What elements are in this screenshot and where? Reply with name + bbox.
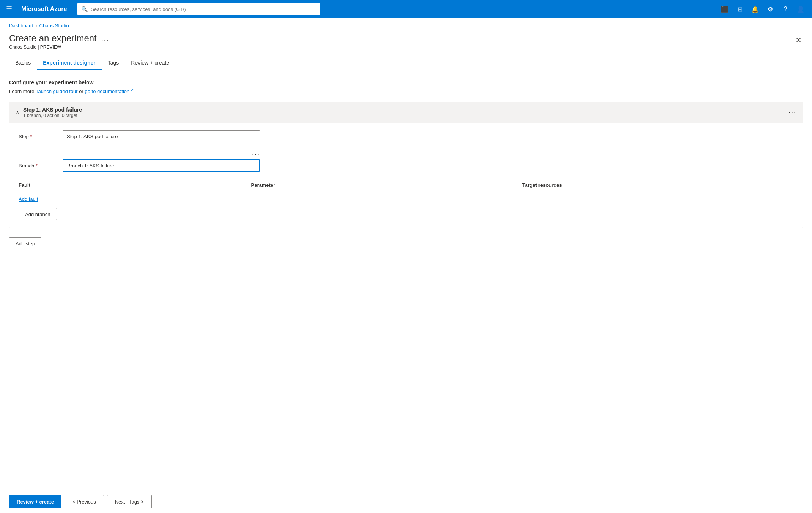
settings-icon[interactable]: ⚙ <box>763 2 777 16</box>
menu-icon[interactable]: ☰ <box>5 3 14 15</box>
learn-more-section: Learn more; launch guided tour or go to … <box>9 88 803 94</box>
page-header-left: Create an experiment ... Chaos Studio | … <box>9 33 109 50</box>
topbar-icons: ⬛ ⊟ 🔔 ⚙ ? 👤 <box>718 2 807 16</box>
notifications-icon[interactable]: 🔔 <box>748 2 762 16</box>
fault-col-header: Fault <box>19 179 251 191</box>
page-title: Create an experiment <box>9 33 97 44</box>
external-link-icon: ↗ <box>129 88 134 92</box>
search-bar[interactable]: 🔍 <box>77 3 320 15</box>
page-title-more-icon[interactable]: ... <box>101 35 109 43</box>
review-create-button[interactable]: Review + create <box>9 495 61 508</box>
branch-more-row: ··· <box>19 150 260 158</box>
add-fault-link[interactable]: Add fault <box>19 196 38 202</box>
step-name-input[interactable] <box>63 130 260 142</box>
target-col-header: Target resources <box>522 179 793 191</box>
step-required: * <box>30 134 32 139</box>
help-icon[interactable]: ? <box>779 2 792 16</box>
next-button[interactable]: Next : Tags > <box>107 495 152 508</box>
page-preview-tag: PREVIEW <box>40 44 61 50</box>
fault-table-header-row: Fault Parameter Target resources <box>19 179 793 191</box>
step-more-icon[interactable]: ··· <box>788 109 796 117</box>
tabs-bar: Basics Experiment designer Tags Review +… <box>0 56 812 70</box>
step-field-row: Step * <box>19 130 793 142</box>
breadcrumb-sep-1: › <box>36 23 37 28</box>
branch-required: * <box>36 163 38 169</box>
step-field-label: Step * <box>19 134 57 139</box>
account-icon[interactable]: 👤 <box>794 2 807 16</box>
content-area: Configure your experiment below. Learn m… <box>0 70 812 513</box>
topbar: ☰ Microsoft Azure 🔍 ⬛ ⊟ 🔔 ⚙ ? 👤 <box>0 0 812 18</box>
step-meta: 1 branch, 0 action, 0 target <box>23 113 82 118</box>
footer: Review + create < Previous Next : Tags > <box>0 490 812 513</box>
add-branch-row: Add branch <box>19 208 793 220</box>
azure-logo: Microsoft Azure <box>21 6 67 13</box>
branch-field-label: Branch * <box>19 163 57 169</box>
branch-name-input[interactable] <box>63 159 260 172</box>
page-header: Create an experiment ... Chaos Studio | … <box>0 30 812 50</box>
tab-review-create[interactable]: Review + create <box>125 56 175 70</box>
breadcrumb: Dashboard › Chaos Studio › <box>0 18 812 30</box>
page-service-name: Chaos Studio <box>9 44 36 50</box>
parameter-col-header: Parameter <box>251 179 522 191</box>
or-text: or <box>78 88 85 94</box>
add-branch-button[interactable]: Add branch <box>19 208 57 220</box>
step-title: Step 1: AKS pod failure <box>23 107 82 113</box>
step-header-left: ∧ Step 1: AKS pod failure 1 branch, 0 ac… <box>16 107 82 118</box>
branch-field-row: Branch * <box>19 159 793 172</box>
step-box: ∧ Step 1: AKS pod failure 1 branch, 0 ac… <box>9 102 803 228</box>
tab-tags[interactable]: Tags <box>102 56 125 70</box>
main-wrapper: Dashboard › Chaos Studio › Create an exp… <box>0 18 812 513</box>
previous-button[interactable]: < Previous <box>65 495 104 508</box>
breadcrumb-sep-2: › <box>71 23 73 28</box>
breadcrumb-dashboard[interactable]: Dashboard <box>9 23 33 28</box>
step-body: Step * ··· Branch * <box>9 123 803 228</box>
fault-table: Fault Parameter Target resources <box>19 179 793 191</box>
step-collapse-icon[interactable]: ∧ <box>16 109 19 115</box>
portal-settings-icon[interactable]: ⊟ <box>733 2 747 16</box>
step-header-info: Step 1: AKS pod failure 1 branch, 0 acti… <box>23 107 82 118</box>
close-button[interactable]: ✕ <box>794 35 803 46</box>
branch-more-icon[interactable]: ··· <box>252 150 260 158</box>
page-title-row: Create an experiment ... <box>9 33 109 44</box>
launch-guided-tour-link[interactable]: launch guided tour <box>37 88 78 94</box>
search-input[interactable] <box>91 6 316 12</box>
go-to-documentation-link[interactable]: go to documentation ↗ <box>85 88 134 94</box>
configure-title: Configure your experiment below. <box>9 79 803 85</box>
search-icon: 🔍 <box>81 6 88 12</box>
page-subtitle: Chaos Studio | PREVIEW <box>9 44 109 50</box>
tab-experiment-designer[interactable]: Experiment designer <box>37 56 102 70</box>
step-header[interactable]: ∧ Step 1: AKS pod failure 1 branch, 0 ac… <box>9 102 803 123</box>
add-step-button[interactable]: Add step <box>9 237 41 249</box>
tab-basics[interactable]: Basics <box>9 56 37 70</box>
learn-more-prefix: Learn more; <box>9 88 37 94</box>
breadcrumb-chaos-studio[interactable]: Chaos Studio <box>39 23 69 28</box>
cloud-shell-icon[interactable]: ⬛ <box>718 2 732 16</box>
